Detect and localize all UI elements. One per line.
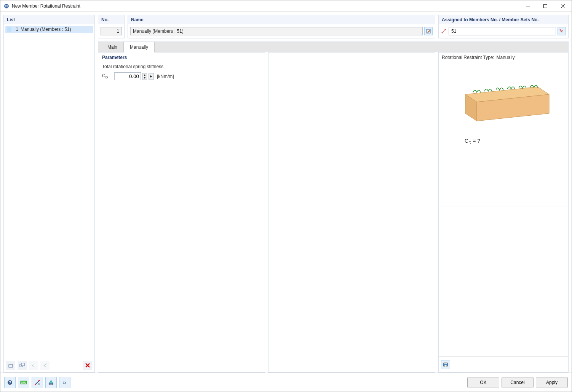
list-item-number: 1 — [14, 27, 18, 32]
svg-rect-3 — [544, 4, 547, 8]
stiffness-unit: [kNm/m] — [157, 74, 174, 79]
no-panel: No. — [98, 15, 125, 38]
app-icon — [3, 3, 10, 9]
delete-item-button[interactable] — [83, 361, 92, 370]
cancel-button[interactable]: Cancel — [502, 378, 534, 387]
list-item[interactable]: 1 Manually (Members : 51) — [5, 26, 93, 33]
ok-button[interactable]: OK — [467, 378, 499, 387]
svg-rect-21 — [444, 365, 447, 367]
dialog-window: New Member Rotational Restraint List 1 — [0, 0, 572, 392]
parameters-heading: Parameters — [102, 55, 261, 60]
list-toolbar — [4, 359, 94, 372]
list-body[interactable]: 1 Manually (Members : 51) — [4, 24, 94, 359]
main-row: Parameters Total rotational spring stiff… — [98, 52, 569, 373]
member-selection-button[interactable]: A — [32, 377, 43, 388]
parameters-panel: Parameters Total rotational spring stiff… — [98, 52, 265, 373]
help-button[interactable]: ? — [4, 377, 16, 388]
close-button[interactable] — [554, 0, 572, 12]
check-down-button[interactable] — [29, 361, 38, 370]
copy-item-button[interactable] — [18, 361, 27, 370]
svg-line-15 — [562, 32, 564, 33]
assigned-input[interactable] — [449, 27, 556, 35]
bottom-bar: ? 0.00 A fx OK Cancel Apply — [0, 373, 572, 392]
preview-caption: CD = ? — [465, 138, 565, 145]
stiffness-menu-button[interactable]: ▶ — [149, 73, 154, 80]
edit-name-button[interactable] — [424, 27, 433, 35]
preview-title: Rotational Restraint Type: 'Manually' — [442, 55, 565, 60]
svg-text:fx: fx — [63, 380, 67, 385]
spinner-up-icon[interactable]: ▲ — [143, 73, 147, 76]
name-heading: Name — [128, 15, 435, 24]
right-column: No. Name Assigned to Members No. — [98, 15, 569, 373]
svg-rect-20 — [444, 362, 447, 364]
blank-panel — [268, 52, 435, 373]
no-heading: No. — [98, 15, 124, 24]
parameters-label: Total rotational spring stiffness — [102, 64, 261, 69]
maximize-button[interactable] — [537, 0, 554, 12]
tabs: Main Manually — [98, 41, 569, 52]
left-column: List 1 Manually (Members : 51) — [3, 15, 95, 373]
assigned-heading: Assigned to Members No. / Member Sets No… — [439, 15, 568, 24]
minimize-button[interactable] — [519, 0, 537, 12]
preview-footer — [439, 356, 568, 372]
preview-panel: Rotational Restraint Type: 'Manually' — [438, 52, 569, 373]
preview-image — [442, 72, 565, 129]
list-heading: List — [4, 15, 94, 24]
parameter-row: CD ▲ ▼ ▶ [kNm/m] — [102, 72, 261, 80]
selection-icon — [441, 29, 446, 34]
name-input[interactable] — [130, 27, 423, 35]
top-row: No. Name Assigned to Members No. — [98, 15, 569, 38]
svg-rect-8 — [21, 363, 24, 366]
preview-empty — [439, 207, 568, 357]
stiffness-input[interactable] — [114, 72, 141, 80]
list-item-label: Manually (Members : 51) — [21, 27, 91, 32]
print-preview-button[interactable] — [441, 360, 450, 369]
check-up-button[interactable] — [40, 361, 50, 370]
apply-button[interactable]: Apply — [536, 378, 568, 387]
parameter-symbol: CD — [102, 73, 113, 79]
list-item-swatch — [7, 27, 11, 32]
preview-body: Rotational Restraint Type: 'Manually' — [439, 53, 568, 207]
list-panel: List 1 Manually (Members : 51) — [3, 15, 95, 373]
content: List 1 Manually (Members : 51) — [0, 12, 572, 373]
svg-text:0.00: 0.00 — [21, 381, 26, 384]
titlebar: New Member Rotational Restraint — [0, 0, 572, 12]
units-button[interactable]: 0.00 — [18, 377, 29, 388]
svg-text:A: A — [38, 382, 40, 385]
spinner-down-icon[interactable]: ▼ — [143, 76, 147, 80]
fx-button[interactable]: fx — [59, 377, 70, 388]
new-item-button[interactable] — [6, 361, 15, 370]
view-3d-button[interactable] — [45, 377, 57, 388]
stiffness-spinner[interactable]: ▲ ▼ — [142, 73, 147, 80]
window-controls — [519, 0, 572, 12]
svg-text:?: ? — [9, 381, 11, 385]
pick-members-button[interactable] — [558, 27, 566, 35]
no-input[interactable] — [101, 27, 122, 35]
tab-manually[interactable]: Manually — [123, 42, 155, 53]
name-panel: Name — [128, 15, 435, 38]
tab-main[interactable]: Main — [101, 42, 123, 52]
svg-point-28 — [38, 380, 40, 381]
svg-point-27 — [35, 384, 36, 385]
svg-line-14 — [442, 30, 445, 33]
assigned-panel: Assigned to Members No. / Member Sets No… — [438, 15, 569, 38]
window-title: New Member Rotational Restraint — [12, 3, 519, 9]
